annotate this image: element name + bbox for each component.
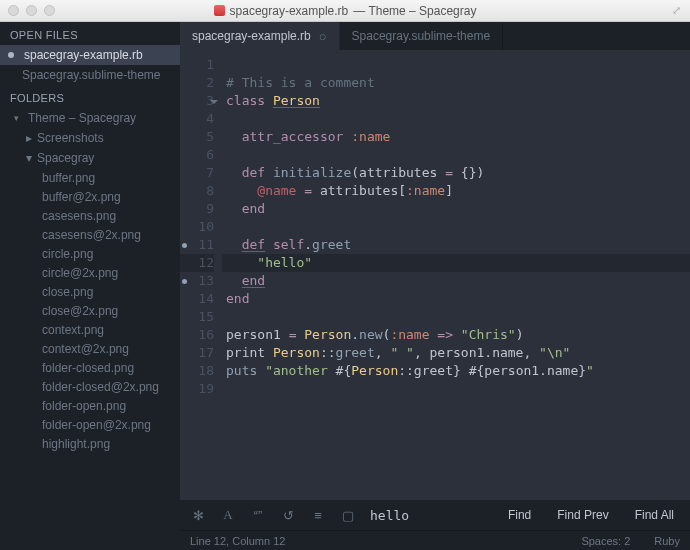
sidebar-file[interactable]: folder-open@2x.png bbox=[0, 415, 180, 434]
folders-header: FOLDERS bbox=[0, 85, 180, 108]
sidebar-folder-root[interactable]: ▾ Theme – Spacegray bbox=[0, 108, 180, 128]
find-input[interactable]: hello bbox=[370, 508, 488, 523]
code-line[interactable]: attr_accessor :name bbox=[222, 128, 690, 146]
close-window-button[interactable] bbox=[8, 5, 19, 16]
code-line[interactable] bbox=[222, 218, 690, 236]
sidebar-file[interactable]: folder-closed@2x.png bbox=[0, 377, 180, 396]
code-line[interactable]: end bbox=[222, 200, 690, 218]
line-number[interactable]: 15 bbox=[180, 308, 214, 326]
find-button[interactable]: Find bbox=[502, 508, 537, 522]
status-bar: Line 12, Column 12 Spaces: 2 Ruby bbox=[180, 530, 690, 550]
line-number[interactable]: 12 bbox=[180, 254, 214, 272]
tab[interactable]: Spacegray.sublime-theme bbox=[340, 22, 504, 50]
whole-word-icon[interactable]: “” bbox=[250, 508, 266, 523]
sidebar-file[interactable]: folder-open.png bbox=[0, 396, 180, 415]
code-line[interactable]: @name = attributes[:name] bbox=[222, 182, 690, 200]
code-line[interactable]: def self.greet bbox=[222, 236, 690, 254]
sidebar-file[interactable]: casesens@2x.png bbox=[0, 225, 180, 244]
tab[interactable]: spacegray-example.rb ○ bbox=[180, 22, 340, 50]
code-line[interactable]: end bbox=[222, 272, 690, 290]
highlight-icon[interactable]: ▢ bbox=[340, 508, 356, 523]
line-number[interactable]: 3 bbox=[180, 92, 214, 110]
code-line[interactable] bbox=[222, 56, 690, 74]
ruby-file-icon bbox=[214, 5, 225, 16]
sidebar-file[interactable]: close@2x.png bbox=[0, 301, 180, 320]
case-sensitive-icon[interactable]: A bbox=[220, 507, 236, 523]
line-number[interactable]: 16 bbox=[180, 326, 214, 344]
sidebar-folder[interactable]: ▾ Spacegray bbox=[0, 148, 180, 168]
line-number[interactable]: 7 bbox=[180, 164, 214, 182]
code-line[interactable] bbox=[222, 380, 690, 398]
cursor-position: Line 12, Column 12 bbox=[190, 535, 285, 547]
window-controls bbox=[0, 5, 55, 16]
dirty-indicator-icon[interactable]: ○ bbox=[319, 29, 327, 44]
line-number[interactable]: 14 bbox=[180, 290, 214, 308]
minimize-window-button[interactable] bbox=[26, 5, 37, 16]
sidebar-file[interactable]: casesens.png bbox=[0, 206, 180, 225]
in-selection-icon[interactable]: ≡ bbox=[310, 508, 326, 523]
sidebar-folder[interactable]: ▸ Screenshots bbox=[0, 128, 180, 148]
chevron-down-icon: ▾ bbox=[26, 151, 32, 165]
line-number[interactable]: 6 bbox=[180, 146, 214, 164]
code-content[interactable]: # This is a commentclass Person attr_acc… bbox=[222, 50, 690, 500]
code-line[interactable]: "hello" bbox=[222, 254, 690, 272]
line-number[interactable]: 2 bbox=[180, 74, 214, 92]
window-title-file: spacegray-example.rb bbox=[230, 4, 349, 18]
find-prev-button[interactable]: Find Prev bbox=[551, 508, 614, 522]
line-number[interactable]: 11 bbox=[180, 236, 214, 254]
open-files-header: OPEN FILES bbox=[0, 22, 180, 45]
code-line[interactable]: end bbox=[222, 290, 690, 308]
find-bar: ✻ A “” ↺ ≡ ▢ hello Find Find Prev Find A… bbox=[180, 500, 690, 530]
window-title-suffix: — Theme – Spacegray bbox=[353, 4, 476, 18]
zoom-window-button[interactable] bbox=[44, 5, 55, 16]
syntax-setting[interactable]: Ruby bbox=[654, 535, 680, 547]
line-number[interactable]: 8 bbox=[180, 182, 214, 200]
sidebar-file[interactable]: context.png bbox=[0, 320, 180, 339]
sidebar-file[interactable]: close.png bbox=[0, 282, 180, 301]
code-line[interactable]: def initialize(attributes = {}) bbox=[222, 164, 690, 182]
sidebar-file[interactable]: highlight.png bbox=[0, 434, 180, 453]
wrap-icon[interactable]: ↺ bbox=[280, 508, 296, 523]
line-number[interactable]: 5 bbox=[180, 128, 214, 146]
open-file-item[interactable]: spacegray-example.rb bbox=[0, 45, 180, 65]
sidebar: OPEN FILES spacegray-example.rb Spacegra… bbox=[0, 22, 180, 550]
fullscreen-icon[interactable]: ⤢ bbox=[672, 4, 684, 16]
line-number[interactable]: 19 bbox=[180, 380, 214, 398]
code-line[interactable]: person1 = Person.new(:name => "Chris") bbox=[222, 326, 690, 344]
find-all-button[interactable]: Find All bbox=[629, 508, 680, 522]
line-number[interactable]: 18 bbox=[180, 362, 214, 380]
code-line[interactable] bbox=[222, 308, 690, 326]
code-line[interactable] bbox=[222, 146, 690, 164]
sidebar-file[interactable]: circle.png bbox=[0, 244, 180, 263]
sidebar-file[interactable]: buffer.png bbox=[0, 168, 180, 187]
sidebar-file[interactable]: context@2x.png bbox=[0, 339, 180, 358]
sidebar-file[interactable]: circle@2x.png bbox=[0, 263, 180, 282]
sidebar-file[interactable]: folder-closed.png bbox=[0, 358, 180, 377]
line-number[interactable]: 13 bbox=[180, 272, 214, 290]
line-number[interactable]: 9 bbox=[180, 200, 214, 218]
sidebar-file[interactable]: buffer@2x.png bbox=[0, 187, 180, 206]
code-line[interactable]: # This is a comment bbox=[222, 74, 690, 92]
line-number[interactable]: 4 bbox=[180, 110, 214, 128]
tab-bar: spacegray-example.rb ○ Spacegray.sublime… bbox=[180, 22, 690, 50]
chevron-right-icon: ▸ bbox=[26, 131, 32, 145]
code-line[interactable] bbox=[222, 110, 690, 128]
indentation-setting[interactable]: Spaces: 2 bbox=[581, 535, 630, 547]
chevron-down-icon: ▾ bbox=[14, 113, 23, 123]
line-number[interactable]: 1 bbox=[180, 56, 214, 74]
code-line[interactable]: class Person bbox=[222, 92, 690, 110]
code-line[interactable]: print Person::greet, " ", person1.name, … bbox=[222, 344, 690, 362]
regex-toggle-icon[interactable]: ✻ bbox=[190, 508, 206, 523]
open-file-item[interactable]: Spacegray.sublime-theme bbox=[0, 65, 180, 85]
line-gutter: 12345678910111213141516171819 bbox=[180, 50, 222, 500]
line-number[interactable]: 17 bbox=[180, 344, 214, 362]
code-line[interactable]: puts "another #{Person::greet} #{person1… bbox=[222, 362, 690, 380]
code-editor[interactable]: 12345678910111213141516171819 # This is … bbox=[180, 50, 690, 500]
line-number[interactable]: 10 bbox=[180, 218, 214, 236]
window-titlebar: spacegray-example.rb — Theme – Spacegray… bbox=[0, 0, 690, 22]
